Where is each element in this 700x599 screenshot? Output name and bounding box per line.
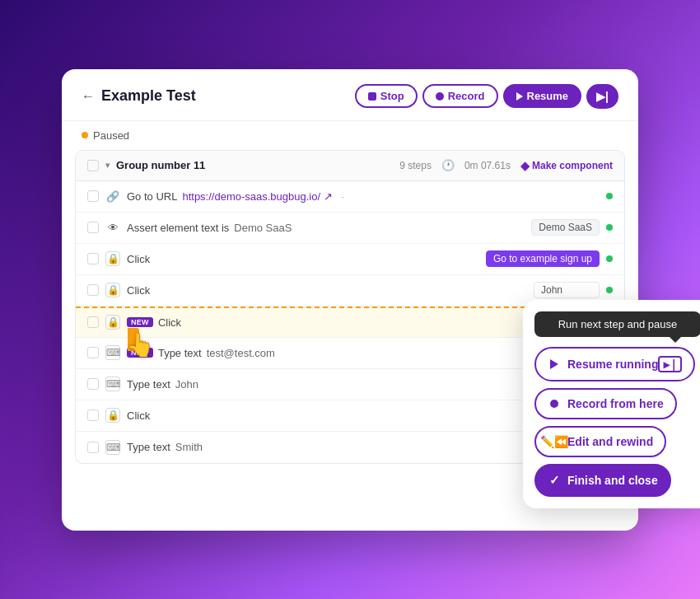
back-button[interactable]: ← [82,89,95,104]
record-from-here-button[interactable]: Record from here [534,388,677,419]
table-row: 🔒 Click Go to example sign up [76,244,624,275]
step-value: Smith [175,441,203,453]
group-header: ▾ Group number 11 9 steps 🕐 0m 07.61s ◆ … [76,151,624,181]
record-here-icon [548,400,561,408]
duration: 0m 07.61s [464,160,511,171]
separator: - [341,190,344,203]
step-checkbox[interactable] [87,190,99,202]
step-action: Click [158,316,181,329]
play-icon [548,359,561,369]
make-component-button[interactable]: ◆ Make component [520,159,613,172]
lock-icon: 🔒 [105,283,120,297]
step-action: Type text [127,378,170,391]
status-dot [606,224,613,231]
step-label: Click [127,409,540,422]
step-checkbox[interactable] [87,442,99,453]
popup-menu: Run next step and pause Resume running ▶… [523,300,700,508]
step-checkbox[interactable] [87,253,99,264]
step-checkbox[interactable] [87,409,99,421]
step-label: Click [127,284,527,297]
group-checkbox[interactable] [87,160,99,171]
next-step-icon: ▶| [658,356,682,372]
step-checkbox[interactable] [87,284,99,296]
resume-running-label: Resume running [567,358,658,371]
resume-running-button[interactable]: Resume running ▶| [534,347,695,381]
step-label: Type text Smith [127,441,540,453]
step-display-value: John [534,282,600,298]
edit-rewind-label: Edit and rewind [567,435,653,448]
next-step-button[interactable]: ▶| [586,84,618,109]
new-badge: NEW [127,317,153,327]
keyboard-icon: ⌨ [105,440,120,455]
step-label: Go to URL https://demo-saas.bugbug.io/ ↗… [127,190,600,203]
popup-btn-left: Resume running [548,358,658,371]
stop-icon [368,92,376,101]
record-circle-icon [550,400,558,408]
step-label: Click [127,253,479,265]
group-header-left: ▾ Group number 11 [87,159,205,171]
step-display-value: Demo SaaS [531,219,600,236]
paused-dot-icon [82,132,88,138]
popup-btn-left: ✏️⏪ Edit and rewind [548,435,653,448]
popup-btn-left: ✓ Finish and close [548,473,658,488]
record-label: Record [448,90,485,102]
edit-rewind-button[interactable]: ✏️⏪ Edit and rewind [534,426,666,457]
group-header-right: 9 steps 🕐 0m 07.61s ◆ Make component [399,159,613,172]
step-label: Assert element text is Demo SaaS [127,222,525,234]
record-from-here-label: Record from here [567,397,664,410]
step-checkbox[interactable] [87,347,99,358]
lock-icon: 🔒 [105,408,120,423]
table-row: 👁 Assert element text is Demo SaaS Demo … [76,213,624,244]
stop-button[interactable]: Stop [355,84,418,108]
step-value: test@test.com [207,347,275,359]
tooltip-bubble: Run next step and pause [534,311,700,337]
step-action: Assert element text is [127,222,229,234]
play-icon [516,92,523,101]
step-display-value: Go to example sign up [486,250,600,267]
make-component-label: Make component [532,160,613,171]
paused-badge: Paused [62,121,638,150]
steps-count: 9 steps [399,160,432,171]
step-action: Type text [158,347,202,359]
header-left: ← Example Test [82,87,196,105]
step-url[interactable]: https://demo-saas.bugbug.io/ ↗ [182,190,332,203]
check-icon: ✓ [548,473,561,488]
cursor-hand-icon: 👆 [126,331,155,358]
status-dot [606,287,613,293]
step-checkbox[interactable] [87,222,99,233]
tooltip-text: Run next step and pause [558,318,678,330]
finish-close-label: Finish and close [567,474,658,487]
keyboard-icon: ⌨ [105,345,120,360]
step-value: John [175,378,198,391]
rewind-icon: ✏️⏪ [548,435,561,448]
step-action: Click [127,284,150,297]
url-icon: 🔗 [105,189,120,204]
step-action: Go to URL [127,190,177,203]
lock-icon: 🔒 [105,315,120,330]
step-checkbox[interactable] [87,316,99,328]
paused-label: Paused [93,129,129,142]
record-icon [436,92,444,101]
toolbar-buttons: Stop Record Resume ▶| [355,84,618,109]
record-button[interactable]: Record [422,84,498,108]
chevron-down-icon[interactable]: ▾ [105,161,110,170]
group-name: Group number 11 [116,159,205,171]
resume-button[interactable]: Resume [503,84,582,108]
window-header: ← Example Test Stop Record Resume ▶| [62,69,638,121]
popup-btn-left: Record from here [548,397,664,410]
main-window: ← Example Test Stop Record Resume ▶| Pau… [62,69,638,531]
finish-close-button[interactable]: ✓ Finish and close [534,464,671,497]
table-row: 🔗 Go to URL https://demo-saas.bugbug.io/… [76,181,624,213]
lock-icon: 🔒 [105,251,120,266]
step-action: Click [127,253,150,265]
step-checkbox[interactable] [87,378,99,390]
step-action: Type text [127,441,170,453]
step-action: Click [127,409,150,422]
clock-icon: 🕐 [441,159,455,171]
keyboard-icon: ⌨ [105,377,120,391]
diamond-icon: ◆ [520,159,530,172]
assert-icon: 👁 [105,220,120,235]
play-triangle-icon [550,359,558,369]
step-label: Type text John [127,378,540,391]
stop-label: Stop [380,90,404,102]
